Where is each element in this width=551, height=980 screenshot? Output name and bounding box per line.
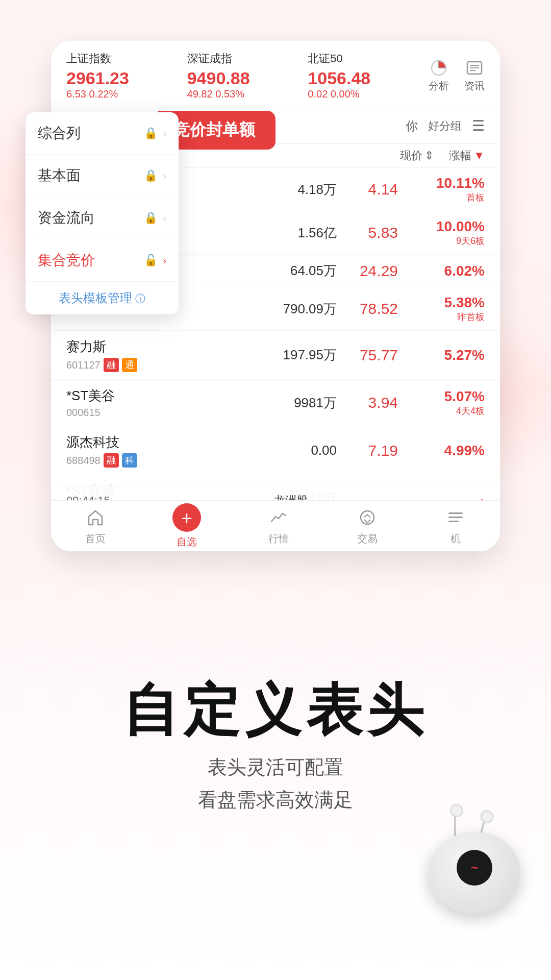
index-szcz[interactable]: 深证成指 9490.88 49.82 0.53% [187,51,308,100]
group-label[interactable]: 好分组 [428,118,462,134]
lock-icon-active: 🔓 [144,254,158,267]
stock-info: 赛力斯 601127 融 通 [66,338,168,372]
dropdown-item-auction[interactable]: 集合竞价 🔓 › [26,239,179,282]
stock-change: 6.02% [408,263,485,279]
chevron-right-icon: › [163,212,166,224]
stock-change: 5.27% [408,347,485,363]
dropdown-label: 资金流向 [38,208,144,228]
index-bz50-change: 0.02 0.00% [308,88,429,100]
chart-pie-icon [430,59,448,77]
change-sort-icon[interactable]: ▼ [473,149,485,162]
mascot [423,812,536,939]
chevron-right-icon: › [163,255,166,266]
svg-rect-8 [448,521,459,522]
nav-more[interactable]: 机 [444,506,467,546]
stock-price: 24.29 [347,262,408,280]
header-icon-group: 分析 资讯 [429,59,485,93]
index-szcz-change: 49.82 0.53% [187,88,308,100]
nav-bar: 首页 ＋ 自选 行情 交易 [51,500,500,551]
stock-code: 000615 [66,407,101,419]
nav-trade-label: 交易 [357,532,378,546]
template-link[interactable]: 表头模板管理 ⓘ [26,282,179,314]
market-icon [267,506,290,529]
index-header: 上证指数 2961.23 6.53 0.22% 深证成指 9490.88 49.… [51,41,500,108]
dropdown-label: 集合竞价 [38,251,144,270]
stock-tag: 融 [104,453,119,468]
stock-info: *ST美谷 000615 [66,387,168,419]
stock-price: 3.94 [347,394,408,411]
stock-change: 10.00% 9天6板 [408,218,485,247]
stock-price: 7.19 [347,442,408,459]
subtitle-text: 表头灵活可配置 看盘需求高效满足 [0,751,551,817]
dropdown-menu: 综合列 🔒 › 基本面 🔒 › 资金流向 🔒 › 集合竞价 🔓 › 表头模板管理… [26,112,179,314]
stock-change: 5.38% 昨首板 [408,295,485,323]
nav-watchlist[interactable]: ＋ 自选 [172,503,201,549]
nav-market[interactable]: 行情 [267,506,290,546]
stock-code: 601127 [66,359,101,371]
nav-home-label: 首页 [85,532,106,546]
stock-volume: 4.18万 [168,181,347,199]
add-watchlist-icon[interactable]: ＋ [172,503,201,532]
index-bz50[interactable]: 北证50 1056.48 0.02 0.00% [308,51,429,100]
table-row[interactable]: 源杰科技 688498 融 科 0.00 7.19 4.99% [51,426,500,475]
dropdown-item-combined[interactable]: 综合列 🔒 › [26,112,179,155]
stock-volume: 0.00 [168,443,347,458]
analysis-label: 分析 [429,79,449,93]
dropdown-item-capital[interactable]: 资金流向 🔒 › [26,197,179,239]
nav-market-label: 行情 [268,532,289,546]
index-shcomp-value: 2961.23 [66,68,187,88]
home-icon [84,506,107,529]
lock-icon: 🔒 [144,127,158,140]
stock-volume: 197.95万 [168,346,347,364]
trade-icon [356,506,379,529]
stock-tag: 融 [104,358,119,372]
nav-home[interactable]: 首页 [84,506,107,546]
stock-code: 688498 [66,455,101,467]
stock-info: 源杰科技 688498 融 科 [66,433,168,468]
stock-tag: 科 [122,453,137,468]
headline-text: 自定义表头 [0,679,551,741]
mascot-sphere [429,832,520,914]
stock-name: 源杰科技 [66,433,168,451]
stock-change: 10.11% 首板 [408,175,485,204]
price-col-header: 现价 ⇕ [400,148,434,163]
index-bz50-value: 1056.48 [308,68,429,88]
template-link-text: 表头模板管理 ⓘ [59,291,146,305]
dropdown-item-fundamental[interactable]: 基本面 🔒 › [26,155,179,197]
news-icon [465,59,484,77]
tab-right-icons: 你 好分组 ☰ [406,117,485,134]
stock-name: *ST美谷 [66,387,168,405]
news-button[interactable]: 资讯 [464,59,485,93]
mascot-eye [457,850,492,886]
news-label: 资讯 [464,79,485,93]
stock-volume: 1.56亿 [168,224,347,242]
dropdown-label: 基本面 [38,166,144,185]
svg-rect-6 [448,512,463,514]
stock-name: 赛力斯 [66,338,168,356]
stock-price: 4.14 [347,181,408,198]
mascot-body [423,812,525,914]
lock-icon: 🔒 [144,211,158,225]
user-icon[interactable]: 你 [406,118,418,134]
price-sort-icon[interactable]: ⇕ [424,149,434,162]
change-col-header: 涨幅 ▼ [449,148,485,163]
table-row[interactable]: *ST美谷 000615 9981万 3.94 5.07% 4天4板 [51,380,500,426]
stock-volume: 64.05万 [168,262,347,280]
table-row[interactable]: 赛力斯 601127 融 通 197.95万 75.77 5.27% [51,331,500,380]
stock-tag: 通 [122,358,137,372]
stock-price: 78.52 [347,300,408,317]
index-szcz-value: 9490.88 [187,68,308,88]
chevron-right-icon: › [163,128,166,139]
stock-price: 75.77 [347,347,408,364]
nav-trade[interactable]: 交易 [356,506,379,546]
nav-more-label: 机 [450,532,461,546]
subtitle-line1: 表头灵活可配置 [0,751,551,784]
index-shcomp-name: 上证指数 [66,51,187,66]
menu-icon[interactable]: ☰ [472,117,485,134]
analysis-button[interactable]: 分析 [429,59,449,93]
nav-watchlist-label: 自选 [177,535,197,549]
index-szcz-name: 深证成指 [187,51,308,66]
main-headline-section: 自定义表头 表头灵活可配置 看盘需求高效满足 [0,679,551,817]
index-shcomp[interactable]: 上证指数 2961.23 6.53 0.22% [66,51,187,100]
stock-change: 5.07% 4天4板 [408,388,485,417]
